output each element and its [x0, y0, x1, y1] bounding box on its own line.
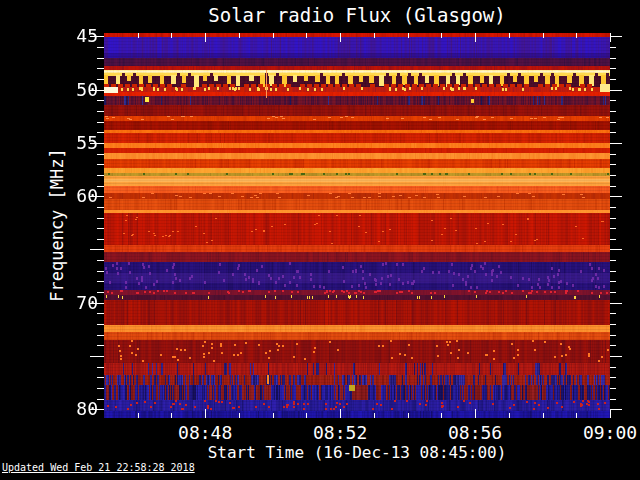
axis-tick [610, 100, 616, 101]
axis-tick [97, 260, 104, 261]
axis-tick [97, 79, 104, 80]
axis-tick [610, 303, 622, 304]
axis-tick [610, 399, 616, 400]
axis-tick [97, 281, 104, 282]
axis-tick [97, 228, 104, 229]
axis-tick [610, 68, 616, 69]
axis-tick [97, 207, 104, 208]
axis-tick [610, 292, 616, 293]
axis-tick [610, 271, 616, 272]
axis-tick [610, 324, 616, 325]
y-tick-label: 45 [58, 25, 98, 47]
axis-tick [610, 218, 616, 219]
axis-tick [97, 345, 104, 346]
y-tick-label: 50 [58, 79, 98, 101]
axis-tick [610, 377, 616, 378]
axis-tick [97, 218, 104, 219]
axis-tick [97, 399, 104, 400]
x-tick-label: 08:52 [307, 424, 373, 442]
axis-tick [97, 186, 104, 187]
axis-tick [610, 281, 616, 282]
axis-tick [610, 260, 616, 261]
axis-tick [610, 345, 616, 346]
chart-title: Solar radio Flux (Glasgow) [104, 4, 610, 26]
axis-tick [97, 47, 104, 48]
x-tick-label: 08:56 [442, 424, 508, 442]
x-tick-label: 09:00 [577, 424, 640, 442]
axis-tick [97, 313, 104, 314]
solar-radio-flux-window: Solar radio Flux (Glasgow) Frequency [MH… [0, 0, 640, 480]
axis-tick [610, 196, 622, 197]
y-tick-label: 60 [58, 185, 98, 207]
axis-tick [610, 335, 616, 336]
axis-tick [610, 154, 616, 155]
y-tick-label: 70 [58, 292, 98, 314]
axis-tick [97, 271, 104, 272]
axis-tick [610, 132, 616, 133]
axis-tick [610, 164, 616, 165]
updated-timestamp: Updated Wed Feb 21 22:58:28 2018 [2, 462, 195, 473]
axis-tick [97, 154, 104, 155]
axis-tick [610, 409, 622, 410]
y-tick-label: 80 [58, 398, 98, 420]
axis-tick [610, 228, 616, 229]
axis-tick [97, 335, 104, 336]
axis-tick [90, 249, 104, 250]
axis-tick [610, 111, 616, 112]
axis-tick [97, 58, 104, 59]
axis-tick [610, 249, 622, 250]
axis-tick [97, 377, 104, 378]
axis-tick [610, 313, 616, 314]
axis-tick [610, 186, 616, 187]
axis-tick [610, 58, 616, 59]
axis-tick [97, 100, 104, 101]
axis-tick [610, 175, 616, 176]
axis-tick [610, 239, 616, 240]
x-axis-title: Start Time (16-Dec-13 08:45:00) [104, 443, 610, 462]
axis-tick [610, 356, 622, 357]
axis-tick [610, 143, 622, 144]
axis-tick [97, 388, 104, 389]
axis-tick [97, 239, 104, 240]
axis-tick [610, 388, 616, 389]
axis-tick [97, 132, 104, 133]
axis-tick [97, 68, 104, 69]
spectrogram-heatmap [104, 33, 610, 418]
axis-tick [97, 324, 104, 325]
axis-tick [97, 111, 104, 112]
axis-tick [610, 47, 616, 48]
axis-tick [610, 207, 616, 208]
x-tick-label: 08:48 [172, 424, 238, 442]
axis-tick [610, 36, 622, 37]
axis-tick [97, 175, 104, 176]
axis-tick [610, 367, 616, 368]
y-tick-label: 55 [58, 132, 98, 154]
axis-tick [97, 292, 104, 293]
y-axis-title: Frequency [MHz] [47, 148, 67, 302]
axis-tick [97, 122, 104, 123]
axis-tick [90, 356, 104, 357]
axis-tick [610, 79, 616, 80]
axis-tick [97, 367, 104, 368]
axis-tick [610, 122, 616, 123]
axis-tick [97, 164, 104, 165]
axis-tick [610, 90, 622, 91]
